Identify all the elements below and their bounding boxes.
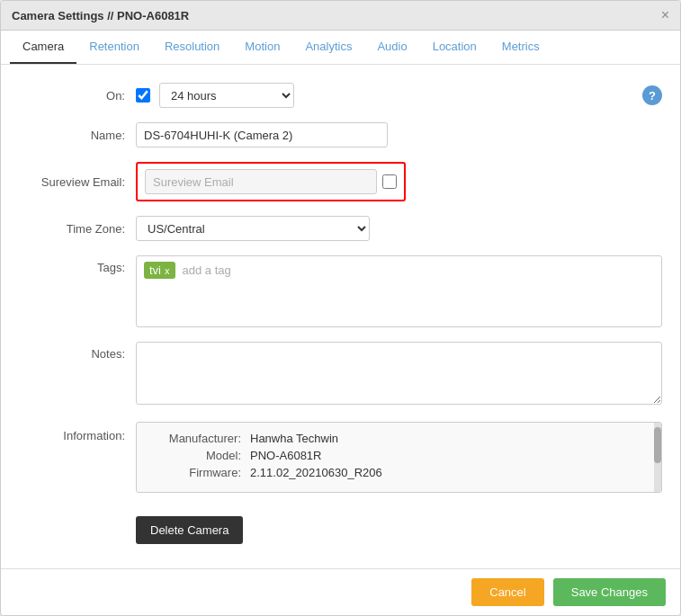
on-section: 24 hours12 hours6 hours1 hour ? (136, 83, 662, 108)
dialog-title-bar: Camera Settings // PNO-A6081R × (1, 1, 680, 31)
tab-motion[interactable]: Motion (232, 31, 292, 64)
tab-audio[interactable]: Audio (364, 31, 419, 64)
tag-tvi: tvi x (144, 262, 175, 279)
on-checkbox[interactable] (136, 88, 150, 103)
tags-field-wrap: tvi x add a tag (136, 255, 662, 327)
tab-bar: CameraRetentionResolutionMotionAnalytics… (1, 31, 680, 65)
close-button[interactable]: × (661, 8, 669, 22)
delete-camera-button[interactable]: Delete Camera (136, 516, 243, 544)
tags-area: tvi x add a tag (136, 255, 662, 327)
sureview-field-box (136, 162, 406, 201)
notes-textarea[interactable] (136, 342, 662, 405)
notes-label: Notes: (19, 342, 136, 361)
information-row: Information: Manufacturer: Hanwha Techwi… (19, 422, 662, 493)
information-box: Manufacturer: Hanwha Techwin Model: PNO-… (136, 422, 662, 493)
on-label: On: (19, 89, 136, 103)
information-box-wrap: Manufacturer: Hanwha Techwin Model: PNO-… (136, 422, 662, 493)
sureview-label: Sureview Email: (19, 175, 136, 189)
tab-analytics[interactable]: Analytics (292, 31, 364, 64)
tab-resolution[interactable]: Resolution (152, 31, 232, 64)
info-manufacturer-row: Manufacturer: Hanwha Techwin (151, 432, 647, 445)
tags-row: Tags: tvi x add a tag (19, 255, 662, 327)
sureview-input[interactable] (145, 169, 377, 194)
firmware-value: 2.11.02_20210630_R206 (250, 466, 382, 479)
tab-metrics[interactable]: Metrics (489, 31, 552, 64)
notes-row: Notes: (19, 342, 662, 407)
on-row: On: 24 hours12 hours6 hours1 hour ? (19, 83, 662, 108)
sureview-row: Sureview Email: (19, 162, 662, 201)
delete-row: Delete Camera (19, 507, 662, 544)
tag-remove-icon[interactable]: x (165, 265, 170, 276)
info-model-row: Model: PNO-A6081R (151, 449, 647, 462)
timezone-label: Time Zone: (19, 222, 136, 236)
dialog-title: Camera Settings // PNO-A6081R (12, 9, 189, 22)
dialog-footer: Cancel Save Changes (1, 568, 680, 615)
save-changes-button[interactable]: Save Changes (553, 578, 666, 606)
manufacturer-key: Manufacturer: (151, 432, 241, 445)
name-field-wrap (136, 122, 662, 147)
scroll-track (654, 423, 661, 492)
camera-settings-dialog: Camera Settings // PNO-A6081R × CameraRe… (0, 0, 681, 616)
timezone-field-wrap: US/CentralUS/EasternUS/PacificUS/Mountai… (136, 216, 662, 241)
scroll-thumb[interactable] (654, 427, 661, 463)
tab-camera[interactable]: Camera (10, 31, 76, 64)
form-content: On: 24 hours12 hours6 hours1 hour ? Name… (1, 65, 680, 568)
tab-location[interactable]: Location (420, 31, 489, 64)
name-input[interactable] (136, 122, 388, 147)
name-label: Name: (19, 129, 136, 142)
help-icon[interactable]: ? (642, 85, 662, 105)
model-key: Model: (151, 449, 241, 462)
firmware-key: Firmware: (151, 466, 241, 479)
sureview-checkbox[interactable] (382, 174, 397, 189)
tab-retention[interactable]: Retention (76, 31, 152, 64)
manufacturer-value: Hanwha Techwin (250, 432, 338, 445)
tag-label: tvi (149, 263, 161, 277)
notes-field-wrap (136, 342, 662, 407)
information-label: Information: (19, 422, 136, 442)
hours-select[interactable]: 24 hours12 hours6 hours1 hour (159, 83, 294, 108)
cancel-button[interactable]: Cancel (471, 578, 543, 606)
model-value: PNO-A6081R (250, 449, 321, 462)
info-firmware-row: Firmware: 2.11.02_20210630_R206 (151, 466, 647, 479)
add-tag-label[interactable]: add a tag (179, 262, 235, 279)
tags-label: Tags: (19, 255, 136, 274)
timezone-row: Time Zone: US/CentralUS/EasternUS/Pacifi… (19, 216, 662, 241)
timezone-select[interactable]: US/CentralUS/EasternUS/PacificUS/Mountai… (136, 216, 370, 241)
name-row: Name: (19, 122, 662, 147)
